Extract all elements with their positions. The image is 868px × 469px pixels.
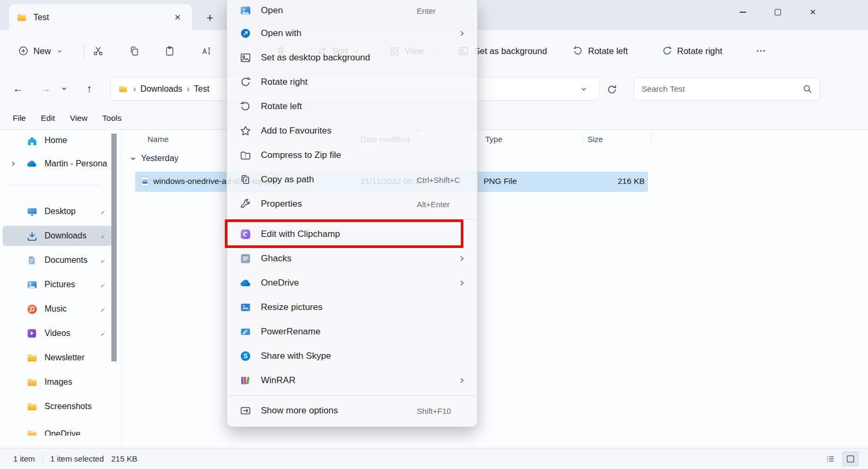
- selection-count: 1 item selected: [50, 454, 104, 463]
- copy-button[interactable]: [124, 40, 145, 61]
- search-icon: [803, 84, 812, 94]
- tab-close-icon[interactable]: ✕: [171, 11, 185, 24]
- navigation-pane: Home Martin - Persona Desktop: [0, 130, 121, 436]
- rotate-left-button[interactable]: Rotate left: [566, 39, 634, 63]
- sidebar-item-onedrive-folder[interactable]: OneDrive: [3, 424, 112, 436]
- breadcrumb-downloads[interactable]: Downloads: [137, 83, 186, 95]
- pin-icon: [99, 305, 106, 313]
- image-preview-icon: [239, 5, 252, 16]
- desktop-icon: [26, 206, 38, 217]
- pin-icon: [99, 256, 106, 264]
- context-menu-item-powerrename[interactable]: PowerRename: [227, 320, 477, 344]
- explorer-tab[interactable]: Test ✕: [9, 4, 192, 30]
- file-explorer-window: Test ✕ + ✕ New: [0, 0, 868, 469]
- downloads-icon: [26, 231, 38, 242]
- sidebar-item-onedrive-account[interactable]: Martin - Persona: [3, 154, 112, 174]
- powerrename-icon: [239, 326, 252, 338]
- context-menu-item-share-with-skype[interactable]: S Share with Skype: [227, 344, 477, 368]
- rotate-left-label: Rotate left: [588, 46, 628, 56]
- history-chevron-button[interactable]: [57, 79, 71, 98]
- context-menu-item-set-as-desktop-background[interactable]: Set as desktop background: [227, 46, 477, 70]
- menu-edit[interactable]: Edit: [36, 111, 60, 126]
- sidebar-item-documents[interactable]: Documents: [3, 250, 112, 270]
- sidebar-item-screenshots[interactable]: Screenshots: [3, 396, 112, 417]
- context-menu-item-open-with[interactable]: Open with: [227, 21, 477, 46]
- context-menu-item-resize-pictures[interactable]: Resize pictures: [227, 295, 477, 320]
- maximize-button[interactable]: [760, 0, 795, 24]
- show-more-icon: [239, 405, 252, 417]
- rotate-right-button[interactable]: Rotate right: [655, 39, 729, 63]
- column-name[interactable]: Name: [147, 135, 169, 144]
- rotate-left-icon: [239, 101, 252, 112]
- context-menu-item-rotate-right[interactable]: Rotate right: [227, 70, 477, 94]
- star-icon: [239, 125, 252, 137]
- context-menu-item-show-more-options[interactable]: Show more options Shift+F10: [227, 399, 477, 423]
- up-button[interactable]: ↑: [80, 79, 99, 98]
- sidebar-item-downloads[interactable]: Downloads: [3, 226, 112, 246]
- context-menu-item-onedrive[interactable]: OneDrive: [227, 271, 477, 295]
- documents-icon: [26, 255, 38, 266]
- thumbnail-view-button[interactable]: [843, 452, 858, 466]
- resize-pictures-icon: [239, 302, 252, 313]
- pin-icon: [99, 208, 106, 215]
- png-file-icon: [139, 176, 151, 187]
- file-size: 216 KB: [618, 176, 645, 186]
- group-header-yesterday[interactable]: Yesterday: [130, 154, 179, 163]
- column-separator[interactable]: [582, 133, 583, 145]
- sidebar-scrollbar[interactable]: [111, 134, 117, 361]
- sidebar-item-videos[interactable]: Videos: [3, 323, 112, 343]
- search-box[interactable]: [634, 77, 820, 101]
- collapse-chevron-icon[interactable]: [130, 155, 136, 162]
- address-dropdown-icon[interactable]: [581, 86, 591, 92]
- sidebar-item-newsletter[interactable]: Newsletter: [3, 348, 112, 368]
- expand-chevron-icon[interactable]: [10, 154, 16, 174]
- desktop-background-icon: [239, 52, 252, 64]
- context-menu-item-compress-to-zip[interactable]: Compress to Zip file: [227, 143, 477, 167]
- context-menu-item-open[interactable]: Open Enter: [227, 0, 477, 21]
- status-bar: 1 item 1 item selected 215 KB: [0, 448, 868, 469]
- breadcrumb-separator: ›: [133, 84, 136, 94]
- minimize-button[interactable]: [725, 0, 760, 24]
- rename-button[interactable]: [196, 40, 217, 61]
- plus-circle-icon: [18, 46, 29, 56]
- new-tab-button[interactable]: +: [201, 10, 218, 26]
- column-size[interactable]: Size: [588, 135, 603, 144]
- column-separator[interactable]: [651, 133, 652, 145]
- breadcrumb-test[interactable]: Test: [191, 83, 213, 95]
- sidebar-item-home[interactable]: Home: [3, 130, 112, 151]
- menu-file[interactable]: File: [7, 111, 31, 126]
- close-button[interactable]: ✕: [795, 0, 830, 24]
- sidebar-item-music[interactable]: Music: [3, 299, 112, 319]
- pictures-icon: [26, 279, 38, 290]
- sidebar-item-desktop[interactable]: Desktop: [3, 201, 112, 222]
- menu-view[interactable]: View: [65, 111, 93, 126]
- tab-title: Test: [33, 13, 49, 22]
- search-input[interactable]: [642, 84, 803, 94]
- folder-icon: [118, 84, 128, 94]
- cut-button[interactable]: [87, 40, 109, 61]
- context-menu-item-rotate-left[interactable]: Rotate left: [227, 94, 477, 119]
- context-menu-item-properties[interactable]: Properties Alt+Enter: [227, 192, 477, 216]
- context-menu-item-ghacks[interactable]: Ghacks: [227, 246, 477, 271]
- context-menu-item-add-to-favourites[interactable]: Add to Favourites: [227, 119, 477, 143]
- group-label: Yesterday: [141, 154, 179, 163]
- new-button[interactable]: New: [12, 39, 69, 63]
- folder-icon: [26, 352, 38, 364]
- home-icon: [26, 135, 38, 146]
- context-menu-item-copy-as-path[interactable]: Copy as path Ctrl+Shift+C: [227, 167, 477, 192]
- refresh-button[interactable]: [603, 81, 620, 98]
- more-options-button[interactable]: [750, 40, 771, 61]
- column-type[interactable]: Type: [485, 135, 503, 144]
- sidebar-item-pictures[interactable]: Pictures: [3, 275, 112, 295]
- menu-tools[interactable]: Tools: [97, 111, 127, 126]
- context-menu-item-winrar[interactable]: WinRAR: [227, 368, 477, 393]
- pin-icon: [99, 281, 106, 288]
- sidebar-item-images[interactable]: Images: [3, 372, 112, 392]
- rotate-right-icon: [662, 46, 672, 56]
- file-type: PNG File: [484, 176, 517, 186]
- paste-button[interactable]: [159, 40, 180, 61]
- status-divider: [42, 454, 43, 464]
- details-view-button[interactable]: [822, 452, 838, 466]
- forward-button[interactable]: →: [36, 79, 55, 98]
- back-button[interactable]: ←: [8, 79, 28, 98]
